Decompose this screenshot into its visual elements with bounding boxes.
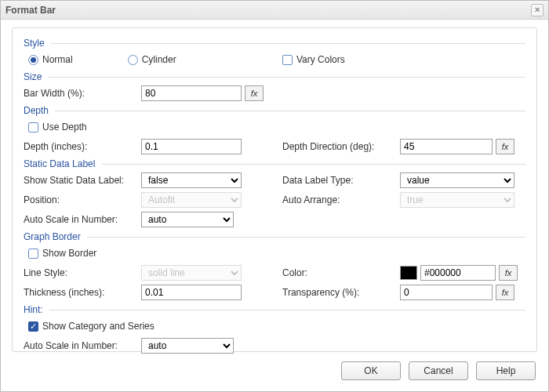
sdl-autoscale-label: Auto Scale in Number: [24, 214, 141, 225]
style-normal-radio[interactable]: Normal [28, 54, 73, 65]
checkbox-icon [28, 122, 38, 132]
main-panel: Style Normal Cylinder Vary Co [12, 27, 537, 352]
hint-autoscale-select[interactable]: auto [141, 338, 234, 354]
show-static-data-select[interactable]: false [141, 172, 242, 188]
radio-icon [28, 55, 38, 65]
border-color-fx-button[interactable]: fx [499, 265, 518, 281]
hint-autoscale-label: Auto Scale in Number: [24, 340, 141, 351]
format-bar-dialog: Format Bar ✕ Style Normal Cylinder [0, 0, 549, 392]
depth-direction-label: Depth Direction (deg): [282, 141, 400, 152]
graph-border-heading: Graph Border [24, 231, 525, 242]
transparency-fx-button[interactable]: fx [496, 285, 514, 300]
bar-width-input[interactable] [141, 85, 242, 101]
thickness-input[interactable] [141, 285, 242, 300]
data-label-type-label: Data Label Type: [282, 175, 400, 186]
help-button[interactable]: Help [476, 361, 536, 380]
position-label: Position: [24, 194, 141, 205]
show-category-series-checkbox[interactable]: ✓ Show Category and Series [24, 321, 155, 332]
auto-arrange-label: Auto Arrange: [282, 194, 400, 205]
checkbox-icon [282, 55, 293, 65]
checkbox-icon [28, 249, 38, 259]
dialog-body: Style Normal Cylinder Vary Co [1, 20, 548, 357]
thickness-label: Thickness (inches): [24, 287, 141, 298]
depth-direction-fx-button[interactable]: fx [496, 139, 514, 154]
static-data-label-heading: Static Data Label [24, 158, 525, 169]
line-style-select: solid line [141, 265, 242, 281]
show-border-checkbox[interactable]: Show Border [24, 248, 96, 259]
dialog-footer: OK Cancel Help [1, 357, 548, 391]
vary-colors-checkbox[interactable]: Vary Colors [282, 54, 345, 65]
style-cylinder-radio[interactable]: Cylinder [128, 54, 176, 65]
transparency-label: Transparency (%): [282, 287, 400, 298]
transparency-input[interactable] [400, 285, 493, 300]
show-static-data-label: Show Static Data Label: [24, 175, 141, 186]
ok-button[interactable]: OK [341, 361, 401, 380]
depth-label: Depth (inches): [24, 141, 141, 152]
hint-heading: Hint: [24, 304, 525, 315]
bar-width-fx-button[interactable]: fx [245, 85, 264, 101]
depth-heading: Depth [24, 105, 525, 116]
style-heading: Style [24, 38, 525, 49]
depth-input[interactable] [141, 139, 242, 154]
window-title: Format Bar [5, 5, 56, 16]
checkbox-icon: ✓ [28, 321, 38, 332]
radio-icon [128, 55, 138, 65]
size-heading: Size [24, 71, 525, 82]
auto-arrange-select: true [400, 192, 514, 208]
sdl-autoscale-select[interactable]: auto [141, 212, 234, 227]
line-style-label: Line Style: [24, 267, 141, 278]
color-swatch[interactable] [400, 266, 417, 280]
position-select: Autofit [141, 192, 242, 208]
bar-width-label: Bar Width (%): [24, 88, 141, 99]
close-icon[interactable]: ✕ [531, 4, 544, 16]
titlebar: Format Bar ✕ [1, 1, 548, 20]
cancel-button[interactable]: Cancel [409, 361, 468, 380]
data-label-type-select[interactable]: value [400, 172, 514, 188]
depth-direction-input[interactable] [400, 139, 493, 154]
border-color-label: Color: [282, 267, 400, 278]
border-color-input[interactable] [420, 265, 496, 281]
use-depth-checkbox[interactable]: Use Depth [24, 122, 87, 132]
